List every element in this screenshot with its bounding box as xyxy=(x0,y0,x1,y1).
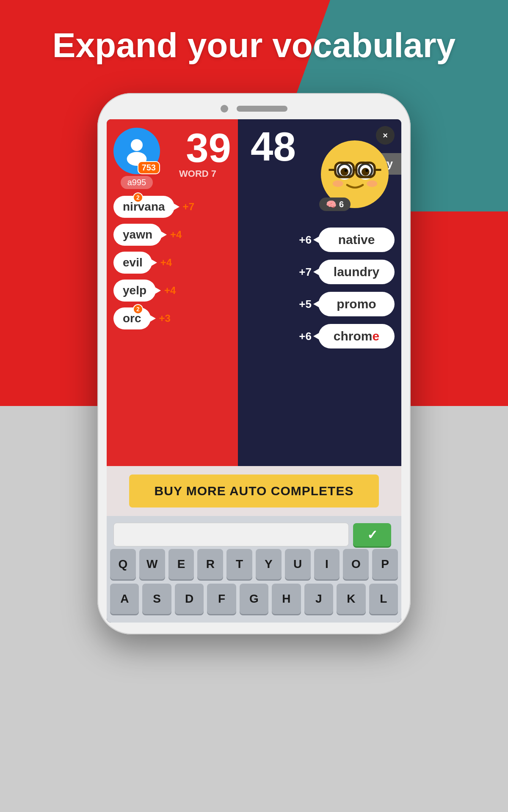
keyboard-area: ✓ Q W E R T Y U I O P A xyxy=(107,516,401,623)
key-d[interactable]: D xyxy=(175,584,204,614)
word-bubble-evil: evil xyxy=(113,252,152,274)
svg-point-6 xyxy=(344,169,347,172)
word-badge: 2 xyxy=(133,304,143,314)
key-h[interactable]: H xyxy=(272,584,301,614)
word-bubble-yawn: yawn xyxy=(113,224,162,246)
score-top: 753 a995 39 WORD 7 xyxy=(113,128,231,189)
word-points: +6 xyxy=(299,233,312,247)
phone-outer: 753 a995 39 WORD 7 nirvana xyxy=(97,93,411,634)
header-title: Expand your vocabulary xyxy=(0,25,508,65)
word-points: +4 xyxy=(170,229,182,241)
key-f[interactable]: F xyxy=(207,584,236,614)
buy-auto-complete-button[interactable]: BUY MORE AUTO COMPLETES xyxy=(129,475,379,508)
player-name: a995 xyxy=(121,176,153,189)
key-w[interactable]: W xyxy=(139,549,165,579)
submit-button[interactable]: ✓ xyxy=(353,523,391,546)
key-g[interactable]: G xyxy=(240,584,268,614)
key-i[interactable]: I xyxy=(314,549,340,579)
word-bubble-promo: promo xyxy=(318,292,395,316)
word-bubble-laundry: laundry xyxy=(318,260,395,284)
phone-screen: 753 a995 39 WORD 7 nirvana xyxy=(107,119,401,623)
word-points: +4 xyxy=(164,285,176,296)
word-list-right: +6 native +7 laundry +5 promo +6 xyxy=(245,228,395,348)
list-item: yawn +4 xyxy=(113,224,231,246)
player-score-area: 39 WORD 7 xyxy=(160,128,231,179)
key-o[interactable]: O xyxy=(343,549,369,579)
brain-badge: 🧠 6 xyxy=(319,198,351,211)
buy-button-area: BUY MORE AUTO COMPLETES xyxy=(107,466,401,516)
svg-point-17 xyxy=(367,180,377,187)
right-panel: × 48 ngry xyxy=(238,119,401,466)
phone-camera xyxy=(221,105,228,112)
key-e[interactable]: E xyxy=(168,549,194,579)
list-item: +7 laundry xyxy=(245,260,395,284)
key-t[interactable]: T xyxy=(226,549,252,579)
word-bubble-chrome: chrome xyxy=(318,324,395,348)
key-k[interactable]: K xyxy=(337,584,365,614)
svg-point-10 xyxy=(365,169,368,172)
player-avatar: 753 xyxy=(113,128,160,174)
key-u[interactable]: U xyxy=(285,549,311,579)
keyboard-row-1: Q W E R T Y U I O P xyxy=(110,549,398,579)
game-area: 753 a995 39 WORD 7 nirvana xyxy=(107,119,401,466)
list-item: +6 native xyxy=(245,228,395,252)
key-p[interactable]: P xyxy=(372,549,398,579)
close-button[interactable]: × xyxy=(376,126,395,145)
phone-speaker xyxy=(237,106,287,112)
svg-point-9 xyxy=(362,168,370,176)
key-r[interactable]: R xyxy=(197,549,223,579)
player-score: 39 xyxy=(164,128,231,168)
word-points: +6 xyxy=(299,330,312,343)
key-y[interactable]: Y xyxy=(256,549,282,579)
word-points: +3 xyxy=(159,313,171,324)
opponent-score: 48 xyxy=(251,123,296,170)
brain-icon: 🧠 xyxy=(326,199,337,209)
svg-point-0 xyxy=(131,139,143,151)
avatar-badge: 753 xyxy=(138,161,160,174)
input-row: ✓ xyxy=(110,520,398,549)
word-bubble-yelp: yelp xyxy=(113,280,156,302)
word-input[interactable] xyxy=(113,523,349,546)
word-bubble-nirvana: nirvana 2 xyxy=(113,196,174,218)
word-points: +4 xyxy=(160,257,172,269)
word-points: +7 xyxy=(299,266,312,279)
list-item: +5 promo xyxy=(245,292,395,316)
svg-point-2 xyxy=(323,143,387,206)
list-item: yelp +4 xyxy=(113,280,231,302)
highlighted-letter: e xyxy=(373,329,380,343)
key-s[interactable]: S xyxy=(142,584,171,614)
word-points: +5 xyxy=(299,298,312,311)
svg-point-5 xyxy=(340,168,348,176)
key-l[interactable]: L xyxy=(369,584,398,614)
word-bubble-orc: orc 2 xyxy=(113,307,151,329)
key-a[interactable]: A xyxy=(110,584,139,614)
left-panel: 753 a995 39 WORD 7 nirvana xyxy=(107,119,238,466)
list-item: +6 chrome xyxy=(245,324,395,348)
list-item: orc 2 +3 xyxy=(113,307,231,329)
keyboard-row-2: A S D F G H J K L xyxy=(110,584,398,614)
phone-top-bar xyxy=(107,105,401,112)
list-item: evil +4 xyxy=(113,252,231,274)
word-points: +7 xyxy=(183,201,194,213)
word-badge: 2 xyxy=(133,192,143,203)
key-j[interactable]: J xyxy=(304,584,333,614)
word-list-left: nirvana 2 +7 yawn +4 evil +4 xyxy=(113,196,231,329)
word-bubble-native: native xyxy=(318,228,395,252)
list-item: nirvana 2 +7 xyxy=(113,196,231,218)
svg-point-16 xyxy=(332,180,343,187)
key-q[interactable]: Q xyxy=(110,549,136,579)
phone-container: 753 a995 39 WORD 7 nirvana xyxy=(97,93,411,634)
brain-count: 6 xyxy=(339,200,344,209)
